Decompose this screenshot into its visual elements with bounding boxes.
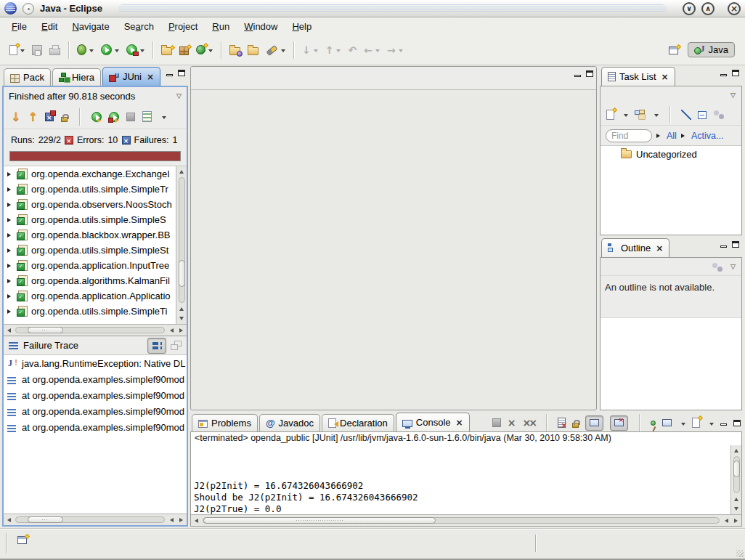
expander-icon[interactable] [681, 134, 687, 138]
synchronize-button[interactable] [681, 110, 691, 120]
scroll-left-button[interactable] [721, 515, 731, 527]
maximize-view-button[interactable] [732, 241, 739, 248]
expander-icon[interactable] [7, 294, 13, 299]
focus-on-workweek-button[interactable] [713, 110, 725, 119]
display-console-button[interactable] [662, 419, 672, 426]
close-view-icon[interactable] [656, 244, 663, 253]
scrollbar-track[interactable] [203, 517, 720, 524]
vertical-scrollbar[interactable] [176, 166, 187, 324]
scroll-down-button[interactable] [176, 314, 187, 324]
expander-icon[interactable] [7, 203, 13, 207]
tab-task-list[interactable]: Task List [601, 67, 675, 86]
forward-button[interactable]: → [385, 42, 405, 58]
tab-package-explorer[interactable]: Pack [4, 68, 51, 86]
new-java-class-button[interactable] [194, 43, 215, 57]
scrollbar-track[interactable] [179, 177, 185, 303]
tab-javadoc[interactable]: Javadoc [259, 414, 320, 431]
categorize-button[interactable] [635, 110, 645, 119]
failures-only-button[interactable] [45, 113, 54, 121]
clear-console-button[interactable] [558, 418, 566, 428]
expander-icon[interactable] [7, 233, 13, 238]
resize-grip-icon[interactable] [736, 550, 744, 557]
tab-junit[interactable]: JUni [102, 67, 160, 86]
open-type-button[interactable] [227, 42, 243, 57]
chevron-down-icon[interactable] [281, 49, 285, 54]
horizontal-scrollbar[interactable] [4, 324, 187, 336]
window-close-button[interactable] [728, 2, 741, 15]
test-suite-row[interactable]: org.openda.application.InputTree [4, 258, 176, 273]
remove-launch-button[interactable]: × [508, 417, 516, 429]
failure-trace-row[interactable]: at org.openda.examples.simplef90mod [4, 419, 187, 435]
show-on-stdout-button[interactable] [585, 415, 603, 431]
tab-declaration[interactable]: Declaration [322, 414, 394, 431]
rerun-failed-first-button[interactable] [109, 112, 119, 122]
horizontal-scrollbar[interactable] [4, 514, 187, 525]
view-menu-button[interactable] [730, 92, 736, 99]
task-find-input[interactable] [606, 129, 652, 142]
minimize-view-button[interactable] [166, 74, 173, 76]
chevron-down-icon[interactable] [89, 49, 94, 54]
tab-console[interactable]: Console [396, 413, 470, 431]
next-failure-button[interactable]: ↓ [11, 111, 20, 123]
rerun-tests-button[interactable] [91, 112, 102, 122]
print-button[interactable] [47, 42, 62, 57]
scrollbar-thumb[interactable] [203, 517, 436, 524]
minimize-view-button[interactable] [720, 423, 727, 426]
scrollbar-track[interactable] [15, 516, 165, 523]
expander-icon[interactable] [656, 134, 662, 138]
chevron-down-icon[interactable] [681, 423, 685, 428]
horizontal-scrollbar[interactable] [191, 514, 741, 526]
menu-item[interactable]: File [4, 21, 34, 32]
tab-problems[interactable]: Problems [192, 414, 258, 431]
tab-outline[interactable]: Outline [601, 238, 669, 257]
pin-console-button[interactable] [651, 421, 656, 426]
expander-icon[interactable] [7, 187, 13, 192]
expander-icon[interactable] [7, 264, 13, 268]
test-suite-row[interactable]: org.openda.utils.simple.SimpleSt [4, 243, 176, 258]
menu-item[interactable]: Window [237, 21, 285, 32]
open-perspective-button[interactable] [667, 43, 680, 57]
failure-trace-row[interactable]: java.lang.RuntimeException: Native DL [4, 355, 187, 371]
test-run-history-button[interactable] [142, 111, 152, 122]
scroll-left-button[interactable] [4, 325, 14, 336]
maximize-view-button[interactable] [733, 420, 741, 426]
window-minimize-button[interactable] [683, 2, 696, 15]
scroll-right-button[interactable] [176, 514, 187, 526]
remove-all-terminated-button[interactable]: ×× [523, 417, 535, 429]
test-suite-row[interactable]: org.openda.application.Applicatio [4, 288, 176, 304]
menu-item[interactable]: Edit [34, 21, 65, 32]
chevron-down-icon[interactable] [654, 114, 659, 119]
show-on-stderr-button[interactable] [610, 415, 628, 431]
chevron-down-icon[interactable] [624, 114, 628, 119]
scrollbar-track[interactable] [733, 456, 740, 493]
java-perspective-button[interactable]: Java [688, 42, 735, 57]
chevron-down-icon[interactable] [20, 49, 25, 54]
scroll-left-button[interactable] [191, 515, 201, 527]
close-view-icon[interactable] [456, 418, 463, 427]
scroll-left-button[interactable] [166, 325, 176, 336]
view-menu-button[interactable] [176, 92, 182, 100]
previous-annotation-button[interactable]: ↑ [323, 42, 343, 58]
menu-item[interactable]: Search [117, 21, 161, 32]
scroll-up-button[interactable] [176, 166, 187, 176]
scroll-up-button[interactable] [731, 445, 742, 455]
scrollbar-thumb[interactable] [733, 460, 740, 478]
expander-icon[interactable] [7, 172, 13, 176]
scroll-lock-button[interactable] [61, 117, 68, 122]
test-suite-row[interactable]: org.openda.observers.NoosStoch [4, 197, 176, 212]
maximize-view-button[interactable] [732, 70, 739, 76]
save-button[interactable] [30, 43, 44, 57]
open-console-button[interactable] [692, 418, 700, 428]
debug-button[interactable] [75, 42, 96, 57]
collapse-all-button[interactable] [698, 111, 707, 119]
expander-icon[interactable] [7, 218, 13, 222]
search-button[interactable] [264, 41, 288, 58]
menu-item[interactable]: Help [285, 21, 319, 32]
fast-view-button[interactable] [17, 536, 27, 544]
expander-icon[interactable] [7, 279, 13, 283]
console-output[interactable]: J2(p2Init) = 16.674326043666902Should be… [191, 445, 730, 514]
scroll-left-button[interactable] [166, 514, 176, 526]
scrollbar-thumb[interactable] [28, 516, 63, 523]
run-external-tools-button[interactable] [124, 42, 147, 57]
failure-trace-row[interactable]: at org.openda.examples.simplef90mod [4, 371, 187, 387]
